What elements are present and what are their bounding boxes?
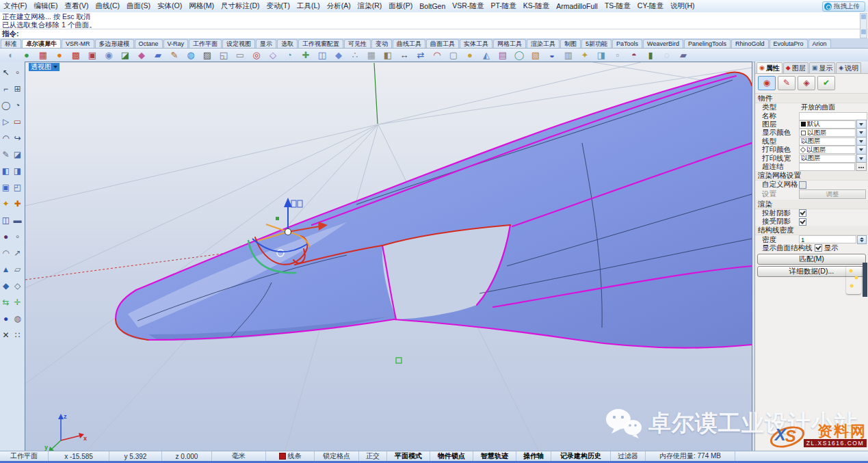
menu-item[interactable]: ArmadilloFull — [553, 2, 601, 10]
toolbar-button-icon[interactable]: ▥ — [560, 49, 577, 61]
property-value[interactable]: 以图层 — [799, 137, 856, 146]
toolbar-button-icon[interactable]: ◱ — [215, 49, 232, 61]
toolbar-button-icon[interactable]: ∴ — [347, 49, 363, 61]
tool-button-icon[interactable]: ● — [0, 310, 12, 327]
toolbar-button-icon[interactable]: ● — [462, 49, 478, 61]
menu-item[interactable]: TS-随意 — [601, 1, 634, 11]
menu-item[interactable]: 查看(V) — [61, 1, 92, 11]
density-value[interactable]: 1 — [799, 235, 856, 243]
toolbar-tab[interactable]: WeaverBird — [643, 39, 683, 48]
command-prompt[interactable]: 指令: — [0, 29, 868, 38]
toolbar-button-icon[interactable]: ◫ — [314, 49, 330, 61]
toolbar-tab[interactable]: 多边形建模 — [95, 39, 134, 48]
toolbar-button-icon[interactable]: ● — [51, 49, 68, 61]
tool-button-icon[interactable]: ◇ — [12, 278, 23, 294]
toolbar-tab[interactable]: Octane — [135, 39, 163, 48]
density-stepper[interactable] — [857, 235, 867, 244]
toolbar-button-icon[interactable]: ◭ — [478, 49, 495, 61]
dropdown-arrow-icon[interactable] — [856, 154, 867, 163]
surface-model[interactable] — [116, 72, 752, 347]
toolbar-button-icon[interactable]: ◇ — [265, 49, 281, 61]
toolbar-button-icon[interactable]: ▦ — [35, 49, 51, 61]
tool-button-icon[interactable]: ◧ — [0, 163, 12, 179]
status-field[interactable]: 正交 — [359, 451, 387, 461]
toolbar-button-icon[interactable]: ▧ — [527, 49, 544, 61]
toolbar-tab[interactable]: 变动 — [371, 39, 392, 48]
tool-button-icon[interactable]: ↖ — [0, 64, 12, 81]
toolbar-button-icon[interactable]: ◍ — [183, 49, 199, 61]
chevron-down-icon[interactable] — [53, 66, 57, 68]
toolbar-button-icon[interactable]: ◒ — [544, 49, 560, 61]
custom-mesh-checkbox[interactable] — [799, 181, 806, 189]
toolbar-button-icon[interactable]: ◔ — [281, 49, 298, 61]
toolbar-button-icon[interactable]: ✦ — [577, 49, 593, 61]
tool-button-icon[interactable]: ◯ — [0, 97, 12, 114]
tool-button-icon[interactable]: ◆ — [0, 278, 12, 294]
tool-button-icon[interactable]: ▷ — [0, 114, 12, 130]
toolbar-tab[interactable]: PaTools — [612, 39, 642, 48]
toolbar-tab[interactable]: 选取 — [277, 39, 298, 48]
status-field[interactable]: 记录建构历史 — [551, 451, 611, 461]
viewport-title-tab[interactable]: 透视图 — [29, 63, 60, 71]
status-field[interactable]: 智慧轨迹 — [473, 451, 516, 461]
status-field[interactable]: 锁定格点 — [315, 451, 359, 461]
toolbar-tab[interactable]: PanelingTools — [684, 39, 731, 48]
status-field[interactable]: 线条 — [266, 451, 315, 461]
tool-button-icon[interactable]: ◰ — [12, 179, 23, 196]
toolbar-tab[interactable]: 工作平面 — [189, 39, 222, 48]
toolbar-button-icon[interactable]: ◯ — [511, 49, 527, 61]
toolbar-tab[interactable]: 显示 — [256, 39, 276, 48]
tool-button-icon[interactable]: ◍ — [12, 310, 23, 327]
toolbar-button-icon[interactable]: ◖ — [2, 49, 18, 61]
toolbar-button-icon[interactable]: ▦ — [363, 49, 380, 61]
toolbar-button-icon[interactable]: ▢ — [445, 49, 462, 61]
menu-item[interactable]: 说明(H) — [667, 1, 698, 11]
tool-button-icon[interactable]: ◠ — [0, 130, 12, 146]
menu-item[interactable]: 面板(P) — [385, 1, 416, 11]
status-field[interactable]: 操作轴 — [516, 451, 551, 461]
menu-item[interactable]: 网格(M) — [185, 1, 218, 11]
status-field[interactable]: 毫米 — [212, 451, 266, 461]
tool-button-icon[interactable]: ↪ — [12, 130, 23, 146]
toolbar-tab[interactable]: 制图 — [560, 39, 581, 48]
toolbar-button-icon[interactable]: ▰ — [675, 49, 692, 61]
toolbar-button-icon[interactable]: ▫ — [609, 49, 626, 61]
panel-tool-button[interactable]: ✎ — [778, 76, 795, 90]
toolbar-button-icon[interactable]: ● — [18, 49, 35, 61]
status-field[interactable]: 物件锁点 — [430, 451, 473, 461]
toolbar-button-icon[interactable]: ◠ — [429, 49, 445, 61]
toolbar-button-icon[interactable]: ✎ — [166, 49, 183, 61]
toolbar-button-icon[interactable]: ◧ — [380, 49, 396, 61]
toolbar-tab[interactable]: 曲面工具 — [426, 39, 459, 48]
toolbar-tab[interactable]: 5新功能 — [581, 39, 611, 48]
menu-item[interactable]: BoltGen — [416, 2, 449, 10]
command-scrollbar[interactable] — [860, 13, 867, 38]
match-button[interactable]: 匹配(M) — [757, 254, 866, 265]
tool-button-icon[interactable]: ◪ — [12, 146, 23, 163]
property-value[interactable]: 开放的曲面 — [799, 103, 867, 111]
menu-item[interactable]: VSR-随意 — [449, 1, 487, 11]
status-field[interactable]: x -15.585 — [49, 451, 109, 461]
tool-button-icon[interactable]: ✛ — [12, 294, 23, 310]
toolbar-button-icon[interactable]: ◪ — [117, 49, 133, 61]
toolbar-button-icon[interactable]: ▨ — [199, 49, 215, 61]
tool-button-icon[interactable]: ▣ — [0, 179, 12, 196]
panel-tool-button[interactable]: ✔ — [817, 76, 835, 90]
toolbar-tab[interactable]: 曲线工具 — [393, 39, 425, 48]
status-field[interactable]: 内存使用量: 774 MB — [646, 451, 735, 461]
menu-item[interactable]: 实体(O) — [154, 1, 185, 11]
status-field[interactable]: 过滤器 — [611, 451, 646, 461]
menu-item[interactable]: 曲面(S) — [123, 1, 154, 11]
tool-button-icon[interactable]: ⇆ — [0, 294, 12, 310]
menu-item[interactable]: CY-随意 — [634, 1, 667, 11]
toolbar-tab[interactable]: 标准 — [1, 39, 21, 48]
toolbar-button-icon[interactable]: ▭ — [232, 49, 248, 61]
toolbar-tab[interactable]: RhinoGold — [731, 39, 769, 48]
menu-item[interactable]: 编辑(E) — [30, 1, 61, 11]
tool-button-icon[interactable]: ▱ — [12, 261, 23, 278]
show-isocurves-checkbox[interactable] — [815, 244, 822, 252]
adjust-button[interactable]: 调整 — [799, 189, 866, 199]
tool-button-icon[interactable]: ∷ — [12, 327, 23, 343]
tool-button-icon[interactable]: ▲ — [0, 261, 12, 278]
promo-gift-icon[interactable] — [846, 265, 861, 294]
